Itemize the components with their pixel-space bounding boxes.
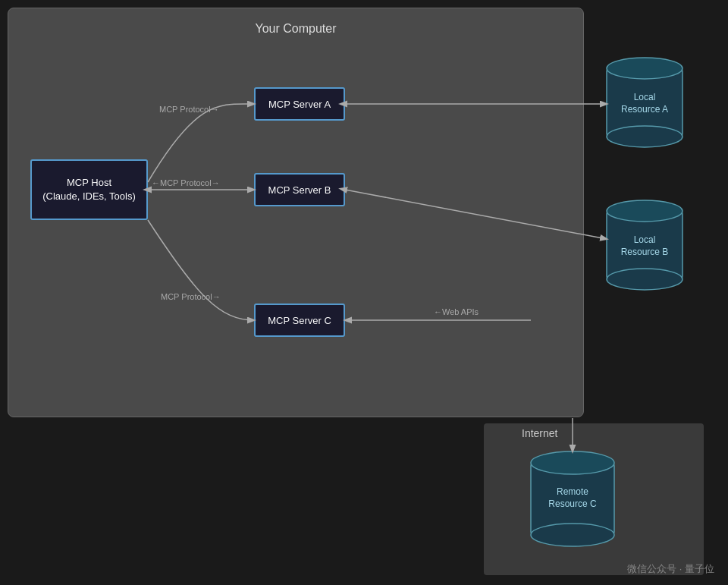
watermark: 微信公众号 · 量子位 [627,562,714,576]
svg-text:Resource B: Resource B [621,247,669,257]
mcp-host-label: MCP Host(Claude, IDEs, Tools) [42,176,136,203]
mcp-server-a-box: MCP Server A [254,87,345,121]
mcp-server-b-box: MCP Server B [254,173,345,206]
mcp-server-c-box: MCP Server C [254,304,345,337]
mcp-server-a-label: MCP Server A [268,99,331,110]
svg-rect-0 [607,68,682,137]
internet-label: Internet [522,427,557,439]
svg-rect-5 [607,211,682,279]
svg-point-7 [607,269,682,290]
svg-text:Local: Local [634,234,656,245]
internet-box [484,423,704,575]
mcp-host-box: MCP Host(Claude, IDEs, Tools) [30,159,148,220]
your-computer-label: Your Computer [255,22,336,36]
svg-point-2 [607,126,682,147]
svg-text:Resource A: Resource A [621,104,668,115]
svg-text:Local: Local [634,92,656,102]
mcp-server-c-label: MCP Server C [268,315,331,326]
mcp-server-b-label: MCP Server B [268,184,331,196]
svg-point-6 [607,200,682,222]
svg-point-1 [607,58,682,79]
